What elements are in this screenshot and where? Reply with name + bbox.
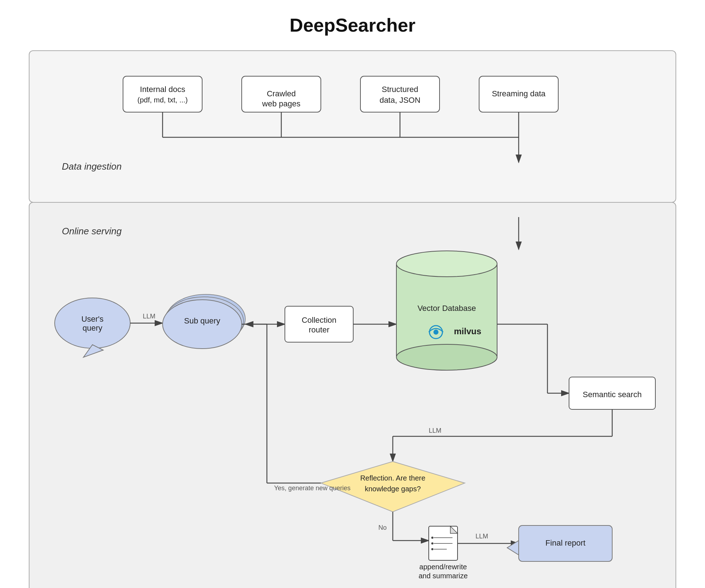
online-serving-label: Online serving: [62, 226, 122, 236]
doc-bullet1: [431, 537, 433, 539]
svg-text:Sub query: Sub query: [184, 316, 220, 325]
svg-text:Vector Database: Vector Database: [418, 304, 476, 313]
svg-text:knowledge gaps?: knowledge gaps?: [365, 485, 421, 493]
final-report-tail: [507, 541, 519, 555]
svg-text:Structured: Structured: [382, 85, 418, 94]
svg-text:No: No: [378, 524, 387, 531]
data-ingestion-label: Data ingestion: [62, 161, 122, 172]
svg-text:data, JSON: data, JSON: [379, 96, 420, 105]
data-ingestion-section: Data ingestion Internal docs (pdf, md, t…: [29, 50, 676, 203]
svg-text:LLM: LLM: [476, 533, 488, 540]
page-title: DeepSearcher: [290, 14, 415, 36]
svg-text:Final report: Final report: [545, 538, 585, 547]
doc-bullet3: [431, 548, 433, 550]
svg-text:Semantic search: Semantic search: [583, 390, 642, 399]
vectordb-bottom: [396, 344, 497, 370]
svg-text:router: router: [309, 325, 329, 334]
svg-text:append/rewrite: append/rewrite: [419, 563, 467, 571]
diagram-container: Data ingestion Internal docs (pdf, md, t…: [29, 50, 676, 588]
data-ingestion-svg: Data ingestion Internal docs (pdf, md, t…: [51, 65, 684, 180]
svg-text:LLM: LLM: [143, 313, 155, 320]
svg-text:Yes, generate new queries: Yes, generate new queries: [274, 484, 350, 492]
svg-text:LLM: LLM: [429, 427, 441, 434]
svg-text:query: query: [82, 323, 102, 332]
milvus-eye-inner: [433, 330, 438, 335]
svg-text:User's: User's: [81, 314, 104, 323]
svg-text:Crawled: Crawled: [267, 89, 296, 98]
svg-text:and summarize: and summarize: [419, 572, 468, 580]
doc-bullet2: [431, 542, 433, 545]
structured-data-node: [360, 76, 440, 112]
milvus-text: milvus: [454, 326, 481, 336]
svg-text:Internal docs: Internal docs: [140, 85, 185, 94]
online-serving-section: Online serving User's query LLM Sub quer…: [29, 202, 676, 588]
svg-text:Streaming data: Streaming data: [492, 89, 546, 98]
svg-text:(pdf, md, txt, ...): (pdf, md, txt, ...): [137, 96, 188, 104]
svg-text:Reflection. Are there: Reflection. Are there: [360, 474, 425, 482]
vectordb-top: [396, 251, 497, 277]
internal-docs-node: [123, 76, 202, 112]
svg-text:Collection: Collection: [302, 316, 337, 325]
online-serving-svg: Online serving User's query LLM Sub quer…: [51, 217, 684, 588]
svg-text:web pages: web pages: [262, 99, 300, 108]
